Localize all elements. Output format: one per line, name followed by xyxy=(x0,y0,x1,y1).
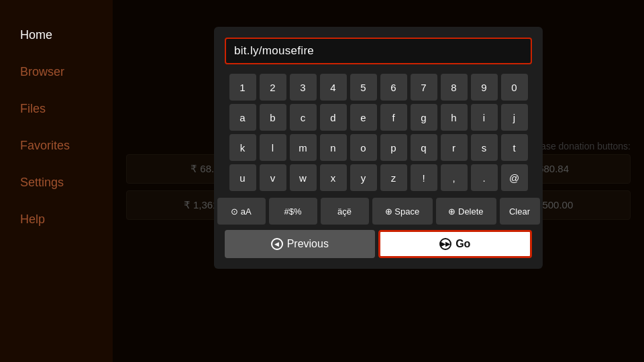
key-e[interactable]: e xyxy=(350,104,377,131)
key-5[interactable]: 5 xyxy=(350,74,377,101)
key-exclaim[interactable]: ! xyxy=(411,164,437,191)
key-at[interactable]: @ xyxy=(501,164,528,191)
key-k[interactable]: k xyxy=(229,134,256,161)
key-symbols[interactable]: #$% xyxy=(269,198,317,225)
key-g[interactable]: g xyxy=(411,104,437,131)
key-1[interactable]: 1 xyxy=(229,74,256,101)
key-7[interactable]: 7 xyxy=(411,74,437,101)
alpha-row-1: a b c d e f g h i j xyxy=(225,104,532,131)
previous-button[interactable]: ◀ Previous xyxy=(225,230,375,258)
sidebar-item-files[interactable]: Files xyxy=(13,94,99,124)
key-m[interactable]: m xyxy=(290,134,317,161)
sidebar-item-browser[interactable]: Browser xyxy=(13,57,99,87)
key-x[interactable]: x xyxy=(320,164,347,191)
key-accents[interactable]: äçë xyxy=(321,198,369,225)
key-comma[interactable]: , xyxy=(441,164,468,191)
key-b[interactable]: b xyxy=(260,104,286,131)
nav-row: ◀ Previous ▶▶ Go xyxy=(225,230,532,258)
key-2[interactable]: 2 xyxy=(260,74,286,101)
key-8[interactable]: 8 xyxy=(441,74,468,101)
main-content: ase donation buttons: ₹ 68.08 ₹ 340.42 ₹… xyxy=(113,0,644,362)
go-button[interactable]: ▶▶ Go xyxy=(378,230,533,258)
key-case-toggle[interactable]: ⊙ aA xyxy=(217,198,266,225)
key-d[interactable]: d xyxy=(320,104,347,131)
key-n[interactable]: n xyxy=(320,134,347,161)
keyboard-dialog: bit.ly/mousefire 1 2 3 4 5 6 7 8 9 0 xyxy=(214,27,543,269)
go-icon: ▶▶ xyxy=(439,238,451,250)
key-a[interactable]: a xyxy=(229,104,256,131)
sidebar-item-favorites[interactable]: Favorites xyxy=(13,131,99,161)
key-space[interactable]: ⊕ Space xyxy=(372,198,433,225)
key-o[interactable]: o xyxy=(350,134,377,161)
key-period[interactable]: . xyxy=(471,164,498,191)
key-i[interactable]: i xyxy=(471,104,498,131)
key-6[interactable]: 6 xyxy=(380,74,407,101)
key-s[interactable]: s xyxy=(471,134,498,161)
key-v[interactable]: v xyxy=(260,164,286,191)
key-c[interactable]: c xyxy=(290,104,317,131)
key-r[interactable]: r xyxy=(441,134,468,161)
previous-icon: ◀ xyxy=(271,238,283,250)
key-y[interactable]: y xyxy=(350,164,377,191)
key-w[interactable]: w xyxy=(290,164,317,191)
alpha-row-3: u v w x y z ! , . @ xyxy=(225,164,532,191)
key-z[interactable]: z xyxy=(380,164,407,191)
key-3[interactable]: 3 xyxy=(290,74,317,101)
key-delete[interactable]: ⊕ Delete xyxy=(436,198,496,225)
alpha-row-2: k l m n o p q r s t xyxy=(225,134,532,161)
url-input-wrapper[interactable]: bit.ly/mousefire xyxy=(225,38,532,64)
key-q[interactable]: q xyxy=(411,134,437,161)
key-clear[interactable]: Clear xyxy=(500,198,540,225)
key-j[interactable]: j xyxy=(501,104,528,131)
key-f[interactable]: f xyxy=(380,104,407,131)
sidebar-item-help[interactable]: Help xyxy=(13,204,99,235)
key-4[interactable]: 4 xyxy=(320,74,347,101)
sidebar-item-settings[interactable]: Settings xyxy=(13,168,99,198)
url-input-text: bit.ly/mousefire xyxy=(234,44,314,57)
key-u[interactable]: u xyxy=(229,164,256,191)
number-row: 1 2 3 4 5 6 7 8 9 0 xyxy=(225,74,532,101)
special-row: ⊙ aA #$% äçë ⊕ Space ⊕ Delete Clear xyxy=(225,198,532,225)
sidebar: Home Browser Files Favorites Settings He… xyxy=(0,0,113,362)
keyboard: 1 2 3 4 5 6 7 8 9 0 a b c d e xyxy=(225,74,532,225)
key-l[interactable]: l xyxy=(260,134,286,161)
key-t[interactable]: t xyxy=(501,134,528,161)
dialog-overlay: bit.ly/mousefire 1 2 3 4 5 6 7 8 9 0 xyxy=(113,0,644,362)
key-p[interactable]: p xyxy=(380,134,407,161)
key-0[interactable]: 0 xyxy=(501,74,528,101)
key-9[interactable]: 9 xyxy=(471,74,498,101)
sidebar-item-home[interactable]: Home xyxy=(13,20,99,50)
key-h[interactable]: h xyxy=(441,104,468,131)
